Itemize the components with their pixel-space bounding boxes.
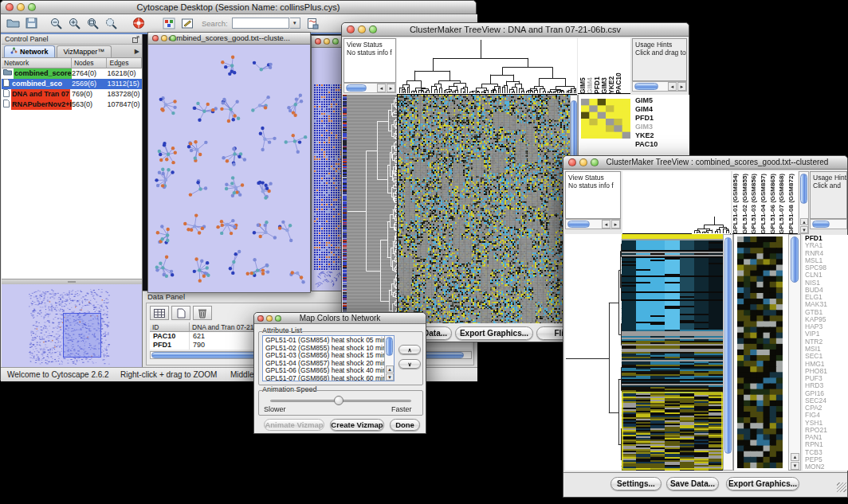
annotation-icon[interactable] xyxy=(179,15,196,31)
tv2-export-graphics-button[interactable]: Export Graphics... xyxy=(726,477,799,490)
maximize-button[interactable] xyxy=(28,3,36,11)
close-button[interactable] xyxy=(568,158,576,166)
maximize-button[interactable] xyxy=(369,25,377,33)
main-title-bar[interactable]: Cytoscape Desktop (Session Name: collins… xyxy=(1,1,476,14)
delete-attribute-icon[interactable] xyxy=(193,306,212,320)
search-dropdown-arrow[interactable]: ▼ xyxy=(290,18,300,29)
close-button[interactable] xyxy=(347,25,355,33)
tv2-detail-vscrollbar[interactable]: ▲ ▼ xyxy=(788,234,801,471)
tv1-row-dendrogram[interactable] xyxy=(347,95,397,323)
scroll-thumb[interactable] xyxy=(724,237,732,454)
tv1-export-graphics-button[interactable]: Export Graphics... xyxy=(455,326,533,340)
minimize-button[interactable] xyxy=(358,25,366,33)
tv2-row-dendrogram[interactable] xyxy=(565,234,622,471)
maximize-button[interactable] xyxy=(332,38,339,45)
maximize-button[interactable] xyxy=(170,35,176,41)
tab-network[interactable]: Network xyxy=(4,45,55,57)
tv2-heatmap[interactable] xyxy=(622,234,723,471)
network-row[interactable]: combined_sco2569(6)13112(15) xyxy=(2,79,142,89)
attribute-select-icon[interactable] xyxy=(150,306,169,320)
tv2-usagehints-scrollbar[interactable] xyxy=(810,219,847,229)
maximize-button[interactable] xyxy=(275,315,281,322)
scroll-thumb[interactable] xyxy=(634,83,658,90)
scroll-right-arrow[interactable]: ► xyxy=(387,84,395,92)
gene-label[interactable]: GIM4 xyxy=(635,105,688,114)
gene-label[interactable]: YKE2 xyxy=(635,131,688,140)
close-button[interactable] xyxy=(315,38,321,45)
tv2-settings-button[interactable]: Settings... xyxy=(610,477,662,490)
attribute-listbox[interactable]: GPL51-01 (GSM854) heat shock 05 minGPL51… xyxy=(262,335,395,381)
scroll-down-arrow[interactable]: ▼ xyxy=(791,462,799,470)
scroll-up-arrow[interactable]: ▲ xyxy=(791,453,799,461)
gene-label[interactable]: GIM3 xyxy=(635,123,688,131)
maximize-button[interactable] xyxy=(591,158,599,166)
attribute-item[interactable]: GPL51-07 (GSM868) heat shock 60 min xyxy=(265,375,394,381)
network-row[interactable]: RNAPuberNov2+I563(0)107847(0) xyxy=(2,100,142,110)
minimize-button[interactable] xyxy=(17,3,25,11)
scroll-left-arrow[interactable]: ◄ xyxy=(377,84,386,92)
search-options-icon[interactable] xyxy=(304,15,322,31)
scroll-thumb[interactable] xyxy=(386,337,393,356)
tv1-title-bar[interactable]: ClusterMaker TreeView : DNA and Tran 07-… xyxy=(342,23,689,37)
tv2-column-dendrogram[interactable] xyxy=(692,215,730,234)
zoom-in-icon[interactable] xyxy=(66,15,84,31)
tab-overflow-arrow[interactable]: ▶ xyxy=(135,45,139,57)
scroll-thumb[interactable] xyxy=(812,221,830,228)
tv2-save-data-button[interactable]: Save Data... xyxy=(666,477,719,490)
data-column-header[interactable]: ID xyxy=(150,322,190,332)
scroll-thumb[interactable] xyxy=(346,84,367,92)
move-up-button[interactable]: ∧ xyxy=(398,345,421,354)
network-row[interactable]: combined_scores2764(0)16218(0) xyxy=(2,68,142,79)
zoom-fit-icon[interactable] xyxy=(84,15,102,31)
gene-label[interactable]: PFD1 xyxy=(635,114,688,123)
scroll-left-arrow[interactable]: ◄ xyxy=(602,220,610,229)
save-icon[interactable] xyxy=(22,15,40,31)
minimize-button[interactable] xyxy=(161,35,167,41)
network-canvas-1[interactable] xyxy=(148,45,310,292)
close-button[interactable] xyxy=(152,35,159,41)
tv2-title-bar[interactable]: ClusterMaker TreeView : combined_scores_… xyxy=(563,156,847,170)
close-button[interactable] xyxy=(257,315,264,322)
tv2-detail-heatmap[interactable] xyxy=(737,236,783,468)
network-row[interactable]: DNA and Tran 07769(0)183728(0) xyxy=(2,89,142,100)
column-header-edges[interactable]: Edges xyxy=(107,58,142,68)
gene-label[interactable]: PAC10 xyxy=(635,140,688,149)
dialog-title-bar[interactable]: Map Colors to Network xyxy=(254,313,426,324)
minimize-button[interactable] xyxy=(266,315,273,322)
scroll-thumb[interactable] xyxy=(791,236,799,283)
done-button[interactable]: Done xyxy=(390,419,420,431)
scroll-right-arrow[interactable]: ► xyxy=(611,220,620,229)
tv1-usagehints-scrollbar[interactable]: ◄ ► xyxy=(632,81,687,92)
scroll-down-arrow[interactable]: ▼ xyxy=(386,373,394,381)
column-header-nodes[interactable]: Nodes xyxy=(72,58,108,68)
column-header-network[interactable]: Network xyxy=(2,58,72,68)
new-attribute-icon[interactable] xyxy=(171,306,190,320)
scroll-down-arrow[interactable]: ▼ xyxy=(800,226,808,233)
move-down-button[interactable]: ∨ xyxy=(398,359,421,369)
minimize-button[interactable] xyxy=(579,158,587,166)
scroll-left-arrow[interactable]: ◄ xyxy=(668,82,677,91)
tv1-viewstatus-scrollbar[interactable]: ◄ ► xyxy=(344,83,396,93)
scroll-right-arrow[interactable]: ► xyxy=(677,82,686,91)
network-overview-canvas[interactable] xyxy=(2,284,142,367)
tv1-heatmap[interactable] xyxy=(397,95,570,323)
scroll-thumb[interactable] xyxy=(800,174,807,204)
animate-vizmap-button[interactable]: Animate Vizmap xyxy=(264,419,324,431)
vizmapper-icon[interactable] xyxy=(160,15,178,31)
speed-slider-thumb[interactable] xyxy=(334,396,344,405)
zoom-out-icon[interactable] xyxy=(48,15,65,31)
gene-label[interactable]: GIM5 xyxy=(635,96,688,105)
gene-label[interactable]: MON2 xyxy=(805,463,848,471)
attribute-list-vscrollbar[interactable]: ▲ ▼ xyxy=(384,336,394,381)
tv1-correlation-matrix[interactable] xyxy=(581,99,630,139)
zoom-selected-icon[interactable] xyxy=(103,15,120,31)
help-lifering-icon[interactable] xyxy=(130,15,147,31)
search-input[interactable] xyxy=(232,18,289,29)
tv2-heatmap-vscrollbar[interactable] xyxy=(723,234,733,471)
scroll-thumb[interactable] xyxy=(567,221,590,228)
frame1-title-bar[interactable]: combined_scores_good.txt--cluste... xyxy=(148,33,310,45)
scroll-up-arrow[interactable]: ▲ xyxy=(386,365,394,373)
create-vizmap-button[interactable]: Create Vizmap xyxy=(330,419,384,431)
close-button[interactable] xyxy=(6,3,14,11)
resize-grip[interactable] xyxy=(837,483,846,492)
